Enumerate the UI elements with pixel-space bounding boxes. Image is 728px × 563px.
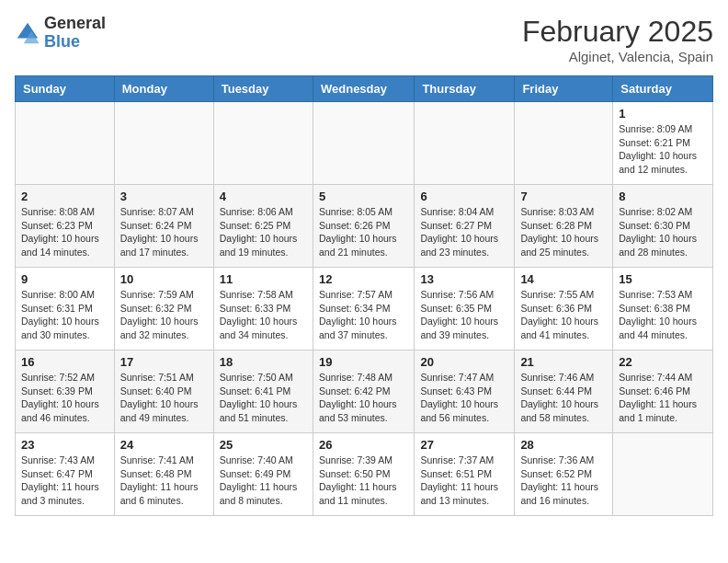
day-info: Sunrise: 7:41 AM Sunset: 6:48 PM Dayligh… bbox=[120, 454, 208, 508]
day-info: Sunrise: 7:53 AM Sunset: 6:38 PM Dayligh… bbox=[619, 288, 707, 342]
calendar-cell: 20Sunrise: 7:47 AM Sunset: 6:43 PM Dayli… bbox=[415, 350, 515, 433]
calendar-cell: 15Sunrise: 7:53 AM Sunset: 6:38 PM Dayli… bbox=[613, 268, 713, 350]
day-number: 23 bbox=[21, 438, 108, 452]
day-number: 19 bbox=[319, 355, 408, 369]
calendar-cell: 24Sunrise: 7:41 AM Sunset: 6:48 PM Dayli… bbox=[114, 433, 213, 516]
day-number: 22 bbox=[619, 355, 707, 369]
day-info: Sunrise: 7:43 AM Sunset: 6:47 PM Dayligh… bbox=[21, 454, 108, 508]
calendar-cell bbox=[313, 102, 414, 185]
day-info: Sunrise: 7:40 AM Sunset: 6:49 PM Dayligh… bbox=[220, 454, 307, 508]
calendar-cell: 16Sunrise: 7:52 AM Sunset: 6:39 PM Dayli… bbox=[16, 350, 115, 433]
svg-marker-0 bbox=[17, 23, 38, 39]
weekday-header-row: SundayMondayTuesdayWednesdayThursdayFrid… bbox=[16, 76, 713, 102]
calendar-cell: 1Sunrise: 8:09 AM Sunset: 6:21 PM Daylig… bbox=[613, 102, 713, 185]
day-number: 5 bbox=[319, 190, 408, 203]
day-info: Sunrise: 8:06 AM Sunset: 6:25 PM Dayligh… bbox=[220, 205, 307, 259]
day-number: 2 bbox=[21, 190, 108, 203]
weekday-header-wednesday: Wednesday bbox=[313, 76, 414, 102]
calendar-table: SundayMondayTuesdayWednesdayThursdayFrid… bbox=[15, 75, 713, 516]
day-info: Sunrise: 8:04 AM Sunset: 6:27 PM Dayligh… bbox=[420, 205, 508, 259]
calendar-cell: 14Sunrise: 7:55 AM Sunset: 6:36 PM Dayli… bbox=[515, 268, 613, 350]
calendar-cell: 4Sunrise: 8:06 AM Sunset: 6:25 PM Daylig… bbox=[213, 185, 313, 268]
day-info: Sunrise: 8:02 AM Sunset: 6:30 PM Dayligh… bbox=[619, 205, 707, 259]
day-number: 17 bbox=[120, 355, 208, 369]
day-info: Sunrise: 7:57 AM Sunset: 6:34 PM Dayligh… bbox=[319, 288, 408, 342]
calendar-cell: 26Sunrise: 7:39 AM Sunset: 6:50 PM Dayli… bbox=[313, 433, 414, 516]
day-number: 21 bbox=[520, 355, 607, 369]
calendar-cell: 10Sunrise: 7:59 AM Sunset: 6:32 PM Dayli… bbox=[114, 268, 213, 350]
day-info: Sunrise: 7:37 AM Sunset: 6:51 PM Dayligh… bbox=[420, 454, 508, 508]
day-info: Sunrise: 8:05 AM Sunset: 6:26 PM Dayligh… bbox=[319, 205, 408, 259]
day-number: 26 bbox=[319, 438, 408, 452]
calendar-cell: 2Sunrise: 8:08 AM Sunset: 6:23 PM Daylig… bbox=[16, 185, 115, 268]
logo: General Blue bbox=[15, 15, 106, 52]
calendar-cell: 23Sunrise: 7:43 AM Sunset: 6:47 PM Dayli… bbox=[16, 433, 115, 516]
calendar-cell bbox=[114, 102, 213, 185]
page-header: General Blue February 2025 Alginet, Vale… bbox=[15, 15, 713, 64]
week-row-1: 1Sunrise: 8:09 AM Sunset: 6:21 PM Daylig… bbox=[16, 102, 713, 185]
logo-blue: Blue bbox=[44, 32, 80, 51]
day-info: Sunrise: 8:07 AM Sunset: 6:24 PM Dayligh… bbox=[120, 205, 208, 259]
title-block: February 2025 Alginet, Valencia, Spain bbox=[522, 15, 713, 64]
day-info: Sunrise: 7:36 AM Sunset: 6:52 PM Dayligh… bbox=[520, 454, 607, 508]
day-number: 8 bbox=[619, 190, 707, 203]
weekday-header-saturday: Saturday bbox=[613, 76, 713, 102]
calendar-cell: 6Sunrise: 8:04 AM Sunset: 6:27 PM Daylig… bbox=[415, 185, 515, 268]
calendar-cell: 25Sunrise: 7:40 AM Sunset: 6:49 PM Dayli… bbox=[213, 433, 313, 516]
calendar-cell: 17Sunrise: 7:51 AM Sunset: 6:40 PM Dayli… bbox=[114, 350, 213, 433]
day-info: Sunrise: 7:52 AM Sunset: 6:39 PM Dayligh… bbox=[21, 371, 108, 425]
day-info: Sunrise: 8:08 AM Sunset: 6:23 PM Dayligh… bbox=[21, 205, 108, 259]
calendar-cell: 28Sunrise: 7:36 AM Sunset: 6:52 PM Dayli… bbox=[515, 433, 613, 516]
day-number: 12 bbox=[319, 272, 408, 286]
day-info: Sunrise: 7:46 AM Sunset: 6:44 PM Dayligh… bbox=[520, 371, 607, 425]
day-info: Sunrise: 7:56 AM Sunset: 6:35 PM Dayligh… bbox=[420, 288, 508, 342]
day-number: 18 bbox=[220, 355, 307, 369]
weekday-header-monday: Monday bbox=[114, 76, 213, 102]
weekday-header-tuesday: Tuesday bbox=[213, 76, 313, 102]
day-info: Sunrise: 7:59 AM Sunset: 6:32 PM Dayligh… bbox=[120, 288, 208, 342]
day-number: 14 bbox=[520, 272, 607, 286]
calendar-cell: 11Sunrise: 7:58 AM Sunset: 6:33 PM Dayli… bbox=[213, 268, 313, 350]
week-row-2: 2Sunrise: 8:08 AM Sunset: 6:23 PM Daylig… bbox=[16, 185, 713, 268]
weekday-header-sunday: Sunday bbox=[16, 76, 115, 102]
calendar-cell: 8Sunrise: 8:02 AM Sunset: 6:30 PM Daylig… bbox=[613, 185, 713, 268]
day-number: 20 bbox=[420, 355, 508, 369]
week-row-3: 9Sunrise: 8:00 AM Sunset: 6:31 PM Daylig… bbox=[16, 268, 713, 350]
calendar-cell: 27Sunrise: 7:37 AM Sunset: 6:51 PM Dayli… bbox=[415, 433, 515, 516]
day-number: 28 bbox=[520, 438, 607, 452]
day-number: 11 bbox=[220, 272, 307, 286]
day-number: 7 bbox=[520, 190, 607, 203]
calendar-cell: 21Sunrise: 7:46 AM Sunset: 6:44 PM Dayli… bbox=[515, 350, 613, 433]
day-info: Sunrise: 7:58 AM Sunset: 6:33 PM Dayligh… bbox=[220, 288, 307, 342]
day-info: Sunrise: 7:50 AM Sunset: 6:41 PM Dayligh… bbox=[220, 371, 307, 425]
calendar-cell: 3Sunrise: 8:07 AM Sunset: 6:24 PM Daylig… bbox=[114, 185, 213, 268]
calendar-cell bbox=[415, 102, 515, 185]
calendar-cell bbox=[213, 102, 313, 185]
location-subtitle: Alginet, Valencia, Spain bbox=[522, 49, 713, 64]
day-info: Sunrise: 8:09 AM Sunset: 6:21 PM Dayligh… bbox=[619, 122, 707, 177]
day-number: 10 bbox=[120, 272, 208, 286]
day-info: Sunrise: 7:47 AM Sunset: 6:43 PM Dayligh… bbox=[420, 371, 508, 425]
day-number: 27 bbox=[420, 438, 508, 452]
day-number: 15 bbox=[619, 272, 707, 286]
day-number: 3 bbox=[120, 190, 208, 203]
day-info: Sunrise: 7:51 AM Sunset: 6:40 PM Dayligh… bbox=[120, 371, 208, 425]
calendar-cell: 22Sunrise: 7:44 AM Sunset: 6:46 PM Dayli… bbox=[613, 350, 713, 433]
weekday-header-thursday: Thursday bbox=[415, 76, 515, 102]
calendar-cell: 19Sunrise: 7:48 AM Sunset: 6:42 PM Dayli… bbox=[313, 350, 414, 433]
calendar-cell: 5Sunrise: 8:05 AM Sunset: 6:26 PM Daylig… bbox=[313, 185, 414, 268]
day-number: 16 bbox=[21, 355, 108, 369]
calendar-cell: 13Sunrise: 7:56 AM Sunset: 6:35 PM Dayli… bbox=[415, 268, 515, 350]
day-number: 6 bbox=[420, 190, 508, 203]
calendar-cell bbox=[16, 102, 115, 185]
week-row-5: 23Sunrise: 7:43 AM Sunset: 6:47 PM Dayli… bbox=[16, 433, 713, 516]
day-number: 25 bbox=[220, 438, 307, 452]
calendar-cell bbox=[613, 433, 713, 516]
day-info: Sunrise: 7:48 AM Sunset: 6:42 PM Dayligh… bbox=[319, 371, 408, 425]
week-row-4: 16Sunrise: 7:52 AM Sunset: 6:39 PM Dayli… bbox=[16, 350, 713, 433]
day-number: 24 bbox=[120, 438, 208, 452]
day-number: 1 bbox=[619, 107, 707, 121]
month-year-title: February 2025 bbox=[522, 15, 713, 49]
calendar-cell bbox=[515, 102, 613, 185]
logo-icon bbox=[15, 20, 40, 46]
